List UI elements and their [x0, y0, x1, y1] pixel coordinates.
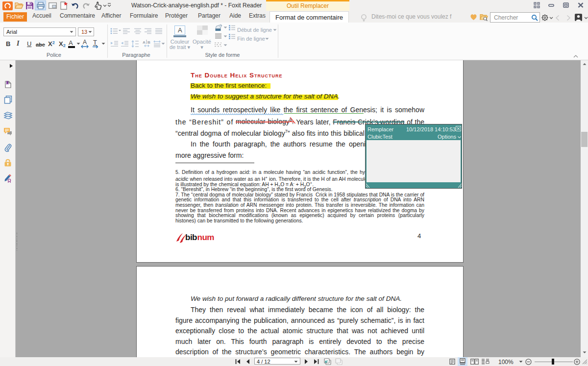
svg-text:bib: bib: [185, 233, 197, 242]
svg-text:B: B: [147, 40, 150, 45]
svg-text:num: num: [197, 233, 215, 242]
svg-text:A: A: [143, 40, 146, 45]
